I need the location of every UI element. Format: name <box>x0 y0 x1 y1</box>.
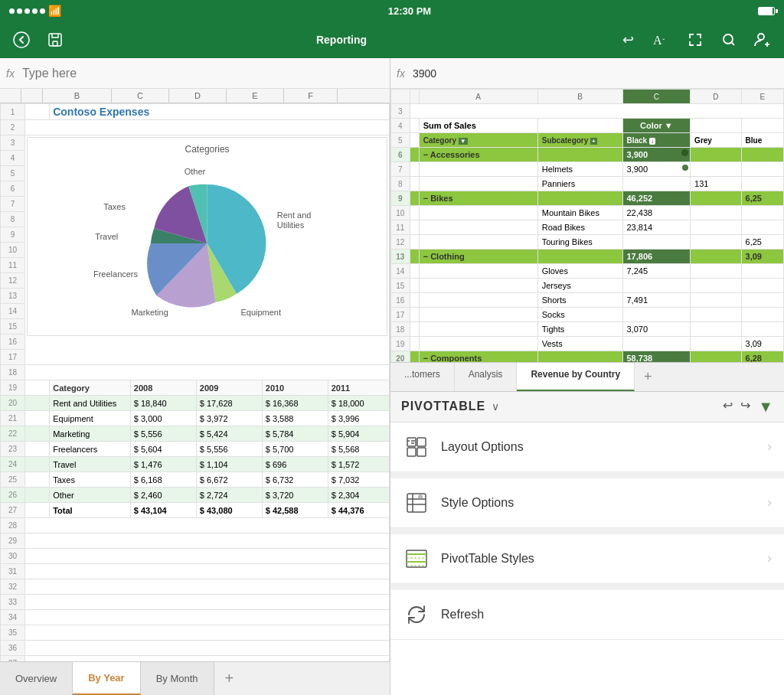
table-row: 35 <box>1 625 390 641</box>
col-header-e: E <box>227 89 284 103</box>
time-display: 12:30 PM <box>388 5 431 17</box>
pivot-row-6: 6 − Accessories 3,900 <box>391 148 784 162</box>
style-options-icon <box>403 489 430 517</box>
right-panel: fx 3900 A <box>390 58 784 695</box>
refresh-label: Refresh <box>441 608 772 622</box>
pivot-tab-revenue[interactable]: Revenue by Country <box>517 363 635 391</box>
svg-text:ˇ: ˇ <box>662 38 665 46</box>
svg-rect-18 <box>417 448 426 456</box>
svg-rect-2 <box>53 41 57 46</box>
status-center: 12:30 PM <box>388 5 431 17</box>
sheet-tabs: Overview By Year By Month + <box>0 661 390 695</box>
table-row: 26 Other $ 2,460 $ 2,724 $ 3,720 $ 2,304 <box>1 488 390 503</box>
categories-chart: Categories <box>27 137 387 336</box>
tab-by-month[interactable]: By Month <box>141 662 214 695</box>
style-options-label: Style Options <box>441 496 767 510</box>
pivot-row-9: 9 − Bikes 46,252 6,25 <box>391 191 784 206</box>
pivot-row-5: 5 Category ▼ Subcategory + Black ↓ Grey … <box>391 133 784 148</box>
table-row: 22 Marketing $ 5,556 $ 5,424 $ 5,784 $ 5… <box>1 426 390 442</box>
pivot-tab-add-button[interactable]: + <box>635 363 662 391</box>
col-header-b: B <box>43 89 112 103</box>
battery-icon <box>758 7 775 15</box>
svg-text:Equipment: Equipment <box>241 308 282 317</box>
spreadsheet-table: 1 Contoso Expenses 2 3 Categories <box>0 103 390 661</box>
pivot-row-15: 15 Jerseys <box>391 279 784 293</box>
fx-label: fx <box>6 67 15 80</box>
toolbar-doc-title: Reporting <box>75 34 608 46</box>
pivot-undo-button[interactable]: ↩ <box>723 398 733 416</box>
pivottable-styles-chevron-icon: › <box>767 550 772 566</box>
pivottable-section-header: PIVOTTABLE ∨ ↩ ↪ ▼ <box>390 392 784 423</box>
status-bar: 📶 12:30 PM <box>0 0 784 21</box>
col-header-f: F <box>284 89 338 103</box>
svg-text:A: A <box>653 34 662 47</box>
pivot-options-list: Layout Options › Style Options › <box>390 423 784 696</box>
pivot-row-14: 14 Gloves 7,245 <box>391 264 784 279</box>
status-left: 📶 <box>9 5 61 17</box>
refresh-icon <box>403 601 430 628</box>
layout-options-label: Layout Options <box>441 440 767 454</box>
undo-button[interactable]: ↩ <box>614 26 642 54</box>
pivot-col-header-row: A B C D E <box>391 90 784 104</box>
svg-text:Freelancers: Freelancers <box>93 269 139 279</box>
pivot-tab-customers[interactable]: ...tomers <box>390 363 455 391</box>
table-row: 2 <box>1 120 390 135</box>
pivot-grid: A B C D E 3 4 <box>390 89 784 362</box>
pivottable-styles-row[interactable]: PivotTable Styles › <box>390 534 784 584</box>
option-separator-1 <box>390 472 784 478</box>
svg-point-0 <box>14 32 29 47</box>
right-formula-value: 3900 <box>413 67 436 80</box>
pivot-row-4: 4 Sum of Sales Color ▼ <box>391 119 784 133</box>
save-button[interactable] <box>41 26 69 54</box>
svg-text:Taxes: Taxes <box>103 202 126 211</box>
search-button[interactable] <box>715 26 743 54</box>
svg-rect-1 <box>49 34 61 46</box>
layout-options-row[interactable]: Layout Options › <box>390 423 784 472</box>
tab-by-year[interactable]: By Year <box>73 662 140 695</box>
expand-button[interactable] <box>681 26 709 54</box>
tab-overview[interactable]: Overview <box>0 662 73 695</box>
pivot-row-20: 20 − Components 58,738 6,28 <box>391 351 784 362</box>
svg-text:Rent and: Rent and <box>277 210 312 220</box>
svg-point-5 <box>724 34 733 44</box>
format-button[interactable]: A ˇ <box>648 26 675 54</box>
chart-title: Categories <box>34 144 381 155</box>
table-row: 30 <box>1 549 390 564</box>
right-formula-bar: fx 3900 <box>390 58 784 89</box>
pivot-tab-analysis[interactable]: Analysis <box>455 363 518 391</box>
pivot-row-3: 3 <box>391 104 784 119</box>
pivottable-styles-icon <box>403 545 430 573</box>
pivot-row-13: 13 − Clothing 17,806 3,09 <box>391 250 784 264</box>
style-options-chevron-icon: › <box>767 494 772 511</box>
style-options-row[interactable]: Style Options › <box>390 478 784 528</box>
back-button[interactable] <box>8 26 35 54</box>
table-row: 21 Equipment $ 3,000 $ 3,972 $ 3,588 $ 3… <box>1 411 390 426</box>
tab-add-button[interactable]: + <box>214 662 245 695</box>
pie-chart-svg: Rent and Utilities Equipment Marketing F… <box>34 159 381 328</box>
pivot-row-19: 19 Vests 3,09 <box>391 337 784 351</box>
svg-rect-16 <box>417 438 426 446</box>
pivottable-title: PIVOTTABLE <box>401 400 485 413</box>
pivot-row-18: 18 Tights 3,070 <box>391 322 784 337</box>
spreadsheet-grid: 1 Contoso Expenses 2 3 Categories <box>0 103 390 661</box>
svg-point-6 <box>758 34 764 40</box>
svg-text:Utilities: Utilities <box>277 220 305 230</box>
table-row: 33 <box>1 595 390 610</box>
col-header-row <box>21 89 43 103</box>
formula-input[interactable] <box>22 67 384 80</box>
pivottable-chevron-icon[interactable]: ∨ <box>492 400 499 413</box>
svg-text:Other: Other <box>185 167 206 176</box>
table-row: 37 <box>1 656 390 662</box>
pivot-dropdown-button[interactable]: ▼ <box>758 398 773 416</box>
layout-options-chevron-icon: › <box>767 439 772 455</box>
refresh-row[interactable]: Refresh <box>390 590 784 640</box>
formula-bar: fx <box>0 58 390 89</box>
spreadsheet-title: Contoso Expenses <box>50 104 390 120</box>
pivot-row-17: 17 Socks <box>391 308 784 322</box>
pivot-redo-button[interactable]: ↪ <box>740 398 750 416</box>
table-row-total: 27 Total $ 43,104 $ 43,080 $ 42,588 $ 44… <box>1 503 390 518</box>
option-separator-2 <box>390 528 784 534</box>
user-button[interactable] <box>749 26 776 54</box>
wifi-icon: 📶 <box>48 5 61 17</box>
pivot-row-12: 12 Touring Bikes 6,25 <box>391 235 784 250</box>
